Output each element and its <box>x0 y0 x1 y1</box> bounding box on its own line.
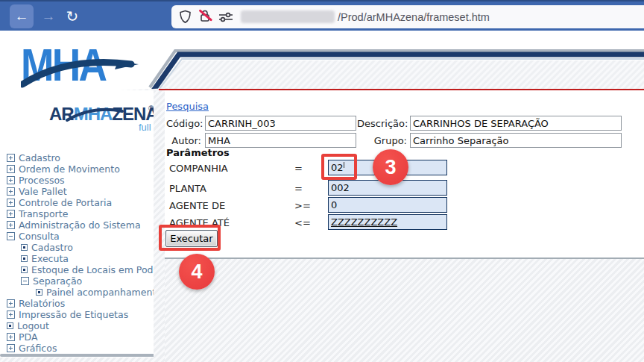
tree-plus-icon[interactable] <box>7 299 15 308</box>
companhia-operator: = <box>294 163 317 174</box>
sidebar-item-logout[interactable]: Logout <box>0 320 154 331</box>
companhia-label: COMPANHIA <box>169 163 292 174</box>
browser-window: ← → ↻ /Prod/arMHAzena/frameset.htm <box>0 0 644 362</box>
planta-operator: = <box>294 183 317 194</box>
tree-plus-icon[interactable] <box>7 333 15 341</box>
browser-toolbar: ← → ↻ /Prod/arMHAzena/frameset.htm <box>0 0 644 31</box>
svg-text:®: ® <box>148 104 154 113</box>
agente-de-label: AGENTE DE <box>169 200 292 211</box>
sidebar-item-painel-acompanhamento[interactable]: Painel acompanhamento d <box>0 287 154 298</box>
svg-text:full: full <box>139 122 151 133</box>
tree-leaf-icon <box>7 322 13 329</box>
sidebar-item-graficos[interactable]: Gráficos <box>0 343 154 354</box>
header-banner <box>148 49 644 90</box>
parametros-title: Parâmetros <box>166 147 230 158</box>
pesquisa-link[interactable]: Pesquisa <box>166 101 209 112</box>
tree-plus-icon[interactable] <box>7 154 15 162</box>
descricao-input[interactable] <box>410 116 622 131</box>
sidebar-item-consulta-cadastro[interactable]: Cadastro <box>0 242 154 253</box>
autor-label: Autor: <box>166 135 201 146</box>
back-button[interactable]: ← <box>10 4 34 28</box>
sidebar-item-vale-pallet[interactable]: Vale Pallet <box>0 186 154 197</box>
sidebar-item-consulta[interactable]: Consulta <box>0 231 154 242</box>
sidebar-item-executa[interactable]: Executa <box>0 253 154 264</box>
insecure-lock-icon[interactable] <box>199 9 211 25</box>
annotation-highlight-companhia <box>321 154 357 180</box>
sidebar-item-administracao-do-sistema[interactable]: Administração do Sistema <box>0 219 154 231</box>
sidebar-item-ordem-de-movimento[interactable]: Ordem de Movimento <box>0 163 154 175</box>
tree-plus-icon[interactable] <box>7 165 15 173</box>
tree-leaf-icon <box>21 255 28 262</box>
content-area: ARMHAZENA ® full Cadastro Ordem de Movim… <box>0 90 644 362</box>
sidebar-item-pda[interactable]: PDA <box>0 331 154 343</box>
tree-plus-icon[interactable] <box>7 344 15 352</box>
sidebar-item-cadastro[interactable]: Cadastro <box>0 152 154 163</box>
grupo-input[interactable] <box>410 133 622 148</box>
tree-minus-icon[interactable] <box>21 277 29 285</box>
sidebar-item-processos[interactable]: Processos <box>0 175 154 186</box>
sidebar-item-controle-de-portaria[interactable]: Controle de Portaria <box>0 197 154 208</box>
sidebar: ARMHAZENA ® full Cadastro Ordem de Movim… <box>0 90 154 362</box>
sidebar-item-estoque-de-locais[interactable]: Estoque de Locais em Poder d <box>0 264 154 275</box>
tree-plus-icon[interactable] <box>7 210 15 218</box>
agente-de-input[interactable] <box>328 197 447 213</box>
tree-plus-icon[interactable] <box>7 176 15 184</box>
armhazena-logo: ARMHAZENA ® full <box>49 102 154 141</box>
main-frame: Pesquisa Código: Descrição: Autor: Grupo… <box>165 90 644 362</box>
annotation-step-3: 3 <box>373 149 408 185</box>
agente-de-operator: >= <box>294 200 317 211</box>
redacted-host <box>241 10 335 23</box>
sidebar-item-transporte[interactable]: Transporte <box>0 208 154 219</box>
tree-leaf-icon <box>21 244 28 251</box>
bottom-hatch-strip <box>0 358 154 362</box>
grupo-label: Grupo: <box>357 135 407 146</box>
tree-minus-icon[interactable] <box>7 232 15 240</box>
sidebar-item-impressao-de-etiquetas[interactable]: Impressão de Etiquetas <box>0 309 154 320</box>
tree-plus-icon[interactable] <box>7 187 15 196</box>
empty-result-area <box>165 259 644 362</box>
descricao-label: Descrição: <box>357 118 407 129</box>
autor-input[interactable] <box>205 133 356 148</box>
svg-text:ARMHAZENA: ARMHAZENA <box>49 104 154 124</box>
tree-plus-icon[interactable] <box>7 310 15 319</box>
address-bar[interactable]: /Prod/arMHAzena/frameset.htm <box>171 5 644 28</box>
annotation-highlight-executar <box>159 225 221 251</box>
tree-plus-icon[interactable] <box>7 221 15 229</box>
app-header: MHA <box>0 31 644 90</box>
navigation-tree: Cadastro Ordem de Movimento Processos Va… <box>0 152 154 354</box>
permissions-icon[interactable] <box>218 12 233 22</box>
tree-leaf-icon <box>21 266 28 273</box>
planta-label: PLANTA <box>169 183 292 194</box>
agente-ate-input[interactable] <box>328 214 447 230</box>
sidebar-horizontal-scrollbar[interactable] <box>0 354 154 357</box>
codigo-input[interactable] <box>205 116 356 131</box>
codigo-label: Código: <box>166 118 201 129</box>
sidebar-item-relatorios[interactable]: Relatórios <box>0 298 154 309</box>
sidebar-item-separacao[interactable]: Separação <box>0 275 154 287</box>
forward-button[interactable]: → <box>39 4 58 28</box>
tree-leaf-icon <box>36 289 42 296</box>
annotation-step-4: 4 <box>179 254 215 290</box>
url-path[interactable]: /Prod/arMHAzena/frameset.htm <box>338 11 490 23</box>
reload-button[interactable]: ↻ <box>63 4 82 28</box>
mha-logo: MHA <box>21 37 144 90</box>
tree-plus-icon[interactable] <box>7 199 15 207</box>
agente-ate-operator: <= <box>294 217 317 228</box>
shield-icon[interactable] <box>179 10 192 24</box>
